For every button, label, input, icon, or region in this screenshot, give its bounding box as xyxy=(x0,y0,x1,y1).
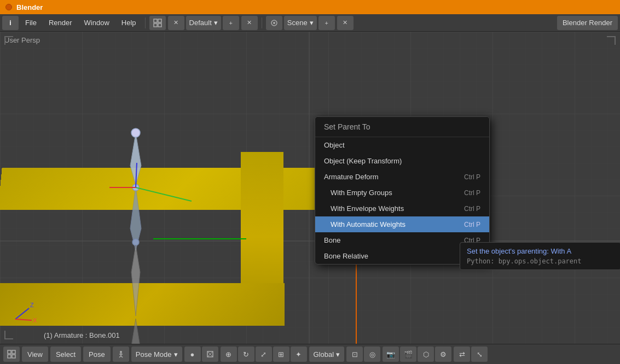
add-layout-icon[interactable]: + xyxy=(223,16,239,30)
svg-rect-26 xyxy=(8,355,11,358)
svg-line-32 xyxy=(121,356,123,357)
svg-point-12 xyxy=(131,128,140,137)
menu-help[interactable]: Help xyxy=(116,16,142,29)
layout-dropdown[interactable]: Default ▾ xyxy=(186,16,221,30)
proportional-icon[interactable]: ◎ xyxy=(364,347,380,362)
svg-point-5 xyxy=(273,22,275,24)
viewport-shading-icons: ● xyxy=(184,347,218,362)
ctx-item-object-keep[interactable]: Object (Keep Transform) xyxy=(315,153,489,169)
svg-line-20 xyxy=(15,308,29,319)
chevron-down-icon: ▾ xyxy=(214,19,218,27)
camera-icon[interactable]: 📷 xyxy=(383,347,399,362)
svg-rect-3 xyxy=(158,24,161,27)
scene-icon[interactable] xyxy=(266,16,282,30)
app-title: Blender xyxy=(16,3,43,11)
svg-rect-24 xyxy=(8,350,11,354)
pose-mode-icon[interactable] xyxy=(113,347,129,362)
green-horizontal-line xyxy=(153,238,246,239)
svg-rect-25 xyxy=(12,350,15,354)
solid-shading-icon[interactable]: ● xyxy=(184,347,201,362)
add-scene-icon[interactable]: + xyxy=(318,16,335,30)
scene-dropdown[interactable]: Scene ▾ xyxy=(284,16,317,30)
bottombar: View Select Pose Pose Mode ▾ ● ⊕ ↻ ⤢ ⊞ ✦ xyxy=(0,344,620,364)
ctx-item-armature-deform[interactable]: Armature Deform Ctrl P xyxy=(315,169,489,185)
pose-btn[interactable]: Pose xyxy=(83,347,111,362)
menu-render[interactable]: Render xyxy=(43,16,78,29)
snap-icon[interactable]: ⊡ xyxy=(346,347,363,362)
viewport-type-icon[interactable] xyxy=(3,347,20,362)
ctx-item-object[interactable]: Object xyxy=(315,137,489,153)
tooltip-title-label: Set the object's parenting: xyxy=(467,247,549,255)
view-btn[interactable]: View xyxy=(22,347,48,362)
ctx-item-automatic-weights[interactable]: With Automatic Weights Ctrl P xyxy=(315,216,489,232)
wireframe-shading-icon[interactable] xyxy=(202,347,218,362)
rotate-icon[interactable]: ↻ xyxy=(238,347,254,362)
settings-icon[interactable]: ⚙ xyxy=(435,347,451,362)
scale-icon[interactable]: ⤢ xyxy=(256,347,272,362)
tooltip-python: Python: bpy.ops.object.parent xyxy=(467,257,614,265)
menubar: i File Render Window Help ✕ Default ▾ + … xyxy=(0,14,620,32)
ctx-item-empty-groups-shortcut: Ctrl P xyxy=(464,189,480,197)
menu-file[interactable]: File xyxy=(20,16,42,29)
menu-window[interactable]: Window xyxy=(79,16,115,29)
chevron-mode-icon: ▾ xyxy=(174,350,178,359)
select-btn[interactable]: Select xyxy=(50,347,81,362)
sculpt-icon[interactable]: ✦ xyxy=(291,347,307,362)
ctx-item-bone-label: Bone xyxy=(324,236,464,244)
separator2 xyxy=(262,17,262,28)
titlebar: Blender xyxy=(0,0,620,14)
grab-icon[interactable]: ⊕ xyxy=(221,347,237,362)
ctx-item-envelope-weights[interactable]: With Envelope Weights Ctrl P xyxy=(315,201,489,216)
svg-rect-27 xyxy=(12,355,15,358)
ctx-item-envelope-weights-label: With Envelope Weights xyxy=(331,204,464,213)
ctx-item-empty-groups-label: With Empty Groups xyxy=(331,189,464,197)
svg-line-22 xyxy=(15,319,32,320)
extra-icons: ⇄ ⤡ xyxy=(454,347,488,362)
info-icon-btn[interactable]: i xyxy=(2,16,19,30)
overlay-icons: 📷 🎬 ⬡ ⚙ xyxy=(383,347,451,362)
chevron-global-icon: ▾ xyxy=(336,350,340,359)
ctx-item-bone-relative-label: Bone Relative xyxy=(324,252,480,260)
ctx-item-automatic-weights-label: With Automatic Weights xyxy=(331,220,464,228)
svg-rect-1 xyxy=(158,19,161,22)
svg-point-14 xyxy=(132,239,139,245)
transform-icon[interactable]: ⊞ xyxy=(273,347,289,362)
ctx-item-envelope-weights-shortcut: Ctrl P xyxy=(464,205,480,213)
chevron-down-scene-icon: ▾ xyxy=(310,19,314,27)
axes-indicator: Z X xyxy=(10,297,37,325)
armature-status: (1) Armature : Bone.001 xyxy=(44,331,120,339)
mode-label: Pose Mode xyxy=(136,350,172,359)
extra-icon-2[interactable]: ⤡ xyxy=(471,347,488,362)
render-engine-btn[interactable]: Blender Render xyxy=(557,16,618,30)
snap-icons: ⊡ ◎ xyxy=(346,347,380,362)
viewport: User Persp Z X (1) Armature : Bone.001 S… xyxy=(0,32,620,344)
ctx-item-object-keep-label: Object (Keep Transform) xyxy=(324,157,480,165)
tooltip-title-value: With A xyxy=(551,247,572,255)
svg-point-28 xyxy=(120,351,122,353)
close-scene-icon[interactable]: ✕ xyxy=(337,16,354,30)
ctx-item-automatic-weights-shortcut: Ctrl P xyxy=(464,221,480,228)
mode-dropdown[interactable]: Pose Mode ▾ xyxy=(131,347,182,362)
extra-icon-1[interactable]: ⇄ xyxy=(454,347,470,362)
close-layout2-icon[interactable]: ✕ xyxy=(241,16,258,30)
ctx-item-empty-groups[interactable]: With Empty Groups Ctrl P xyxy=(315,185,489,201)
corner-bl[interactable] xyxy=(4,331,13,339)
corner-tl xyxy=(4,36,13,45)
svg-rect-0 xyxy=(154,19,157,22)
global-dropdown[interactable]: Global ▾ xyxy=(309,347,345,362)
close-layout-icon[interactable]: ✕ xyxy=(168,16,184,30)
overlay-icon[interactable]: ⬡ xyxy=(418,347,434,362)
corner-tr[interactable] xyxy=(607,36,616,45)
transform-icons: ⊕ ↻ ⤢ ⊞ ✦ xyxy=(221,347,307,362)
ctx-item-armature-deform-shortcut: Ctrl P xyxy=(464,173,480,181)
ctx-item-object-label: Object xyxy=(324,141,480,149)
yellow-bar-horizontal xyxy=(0,168,363,210)
layout-label: Default xyxy=(189,19,212,27)
svg-rect-2 xyxy=(154,24,157,27)
window-dot xyxy=(5,4,12,10)
context-menu-header: Set Parent To xyxy=(315,117,489,137)
layout-grid-icon[interactable] xyxy=(149,16,166,30)
render-icon[interactable]: 🎬 xyxy=(400,347,416,362)
tooltip: Set the object's parenting: With A Pytho… xyxy=(460,242,620,270)
svg-text:Z: Z xyxy=(30,302,34,308)
